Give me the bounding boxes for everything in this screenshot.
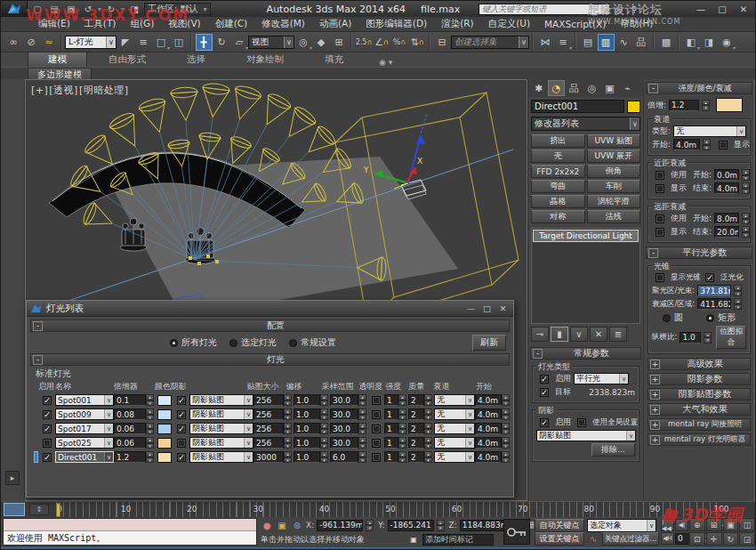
menu-item-5[interactable]: 修改器(M)	[254, 18, 312, 30]
scene-explorer-icon[interactable]: ▤	[580, 34, 597, 51]
quality-field[interactable]: 2	[408, 408, 424, 420]
quality-field[interactable]: 2	[408, 423, 424, 434]
far-start-spinner[interactable]: ▴▾	[742, 213, 750, 224]
light-name-combo[interactable]: Spot017∨	[55, 423, 114, 434]
rollout-collapsed-3[interactable]: +大气和效果	[647, 403, 751, 416]
select-and-rotate-icon[interactable]: ↻	[213, 34, 230, 51]
expand-icon[interactable]: +	[650, 405, 660, 415]
save-file-icon[interactable]: ▣	[64, 3, 78, 15]
expand-icon[interactable]: +	[650, 420, 660, 430]
object-color-swatch[interactable]	[627, 101, 640, 113]
undo-icon[interactable]: ↺	[81, 3, 95, 15]
maxscript-mini-listener[interactable]: 欢迎使用 MAXScript。	[3, 518, 257, 546]
selection-filter-combo[interactable]: L-灯光 ∨	[65, 36, 117, 49]
render-setup-icon[interactable]: ▩	[658, 34, 675, 51]
sample-range-field[interactable]: 30.0	[330, 408, 358, 420]
integrity-spinner[interactable]: ▴▾	[398, 408, 406, 420]
map-size-field[interactable]: 256	[253, 423, 284, 434]
infocenter-search-icon[interactable]: ◎	[613, 4, 625, 14]
quality-field[interactable]: 2	[408, 451, 424, 463]
collapse-icon[interactable]: -	[33, 355, 43, 365]
percent-snap-icon[interactable]: %∩	[391, 34, 408, 51]
add-time-tag-field[interactable]: 添加时间标记	[422, 534, 494, 546]
start-field[interactable]: 4.0m	[475, 408, 502, 420]
menu-item-10[interactable]: MAXScript(X)	[537, 19, 613, 29]
light-name-combo[interactable]: Spot001∨	[55, 394, 114, 406]
far-end-field[interactable]: 20.0m	[714, 226, 739, 238]
aspect-field[interactable]: 1.0	[680, 332, 701, 344]
new-file-icon[interactable]: ▢	[30, 3, 44, 15]
select-and-move-icon[interactable]: ╋	[196, 34, 213, 51]
multiplier-field[interactable]: 0.06	[114, 423, 146, 434]
macro-recorder-line[interactable]	[4, 519, 256, 531]
light-color-swatch[interactable]	[157, 452, 172, 463]
pin-stack-icon[interactable]: ⊸	[531, 327, 549, 342]
map-size-spinner[interactable]: ▴▾	[284, 437, 292, 449]
transparency-checkbox[interactable]	[372, 396, 381, 405]
integrity-field[interactable]: 1	[384, 408, 398, 420]
key-filters-curve-icon[interactable]: ∿	[587, 533, 599, 546]
modifier-button-3[interactable]: UVW 展开	[587, 150, 641, 163]
decay-show-checkbox[interactable]	[719, 141, 728, 150]
window-crossing-icon[interactable]: ◫	[171, 34, 188, 51]
menu-item-11[interactable]: 帮助(H)	[613, 18, 660, 30]
set-key-button[interactable]: 设置关键点	[535, 532, 584, 546]
directional-params-rollout-header[interactable]: - 平行光参数	[646, 247, 752, 259]
z-coordinate-field[interactable]: 1184.883m	[460, 520, 508, 531]
bias-spinner[interactable]: ▴▾	[320, 451, 328, 463]
quality-spinner[interactable]: ▴▾	[424, 423, 432, 434]
stack-item-light[interactable]: Target Directional Light	[533, 230, 639, 242]
integrity-spinner[interactable]: ▴▾	[398, 394, 406, 406]
modifier-button-2[interactable]: 壳	[531, 150, 585, 163]
menu-item-6[interactable]: 动画(A)	[312, 18, 358, 30]
integrity-field[interactable]: 1	[384, 423, 398, 434]
near-use-checkbox[interactable]	[655, 171, 664, 180]
light-enable-checkbox[interactable]	[540, 375, 549, 384]
light-enable-checkbox[interactable]	[43, 425, 52, 433]
remove-modifier-icon[interactable]: ✕	[590, 327, 607, 342]
schematic-view-icon[interactable]: 品	[633, 34, 650, 51]
falloff-field[interactable]: 411.682m	[697, 298, 731, 310]
radio-circle[interactable]: 圆	[663, 311, 683, 324]
ribbon-subtab-poly-modeling[interactable]: 多边形建模	[28, 68, 92, 79]
undo-dropdown-icon[interactable]: ▾	[98, 5, 101, 13]
select-and-manipulate-icon[interactable]: ◆	[313, 34, 330, 51]
select-and-scale-icon[interactable]: ▱▾	[231, 34, 248, 51]
quality-field[interactable]: 2	[408, 437, 424, 449]
bias-field[interactable]: 1.0	[294, 437, 320, 449]
menu-item-2[interactable]: 组(G)	[123, 18, 161, 30]
falloff-spinner[interactable]: ▴▾	[734, 298, 742, 310]
previous-frame-icon[interactable]: ◀|	[675, 519, 688, 531]
quality-spinner[interactable]: ▴▾	[424, 408, 432, 420]
use-pivot-center-icon[interactable]: ◎▾	[295, 34, 312, 51]
redo-dropdown-icon[interactable]: ▾	[121, 5, 125, 13]
sample-range-spinner[interactable]: ▴▾	[358, 423, 366, 434]
far-use-checkbox[interactable]	[655, 214, 664, 223]
select-by-name-icon[interactable]: ≡	[135, 34, 152, 51]
decay-combo[interactable]: 无∨	[434, 408, 475, 420]
modifier-button-1[interactable]: UVW 贴图	[587, 134, 641, 148]
multiplier-field[interactable]: 1.2	[669, 100, 699, 111]
lights-rollout-header[interactable]: - 灯光	[30, 353, 510, 366]
unlink-selection-icon[interactable]: ⊘	[23, 34, 40, 51]
map-size-spinner[interactable]: ▴▾	[284, 451, 292, 463]
multiplier-spinner[interactable]: ▴▾	[702, 100, 710, 111]
use-global-checkbox[interactable]	[577, 418, 586, 427]
shadow-enable-checkbox[interactable]	[177, 396, 186, 405]
angle-snap-icon[interactable]: ∠∩	[374, 34, 390, 51]
ribbon-tab-1[interactable]: 自由形式	[89, 53, 165, 67]
curve-editor-icon[interactable]: ∿	[615, 34, 632, 51]
light-lister-dialog[interactable]: 灯光列表 — □ ✕ - 配置 所有灯光 选定灯光 常规设置 刷新 - 灯光 标…	[26, 300, 514, 497]
utilities-tab-icon[interactable]: ⌁	[619, 80, 636, 96]
coordinate-mode-icon[interactable]: ⊛	[291, 519, 303, 531]
shadow-type-combo[interactable]: 阴影贴图∨	[189, 408, 253, 420]
light-enable-checkbox[interactable]	[43, 453, 52, 462]
collapse-icon[interactable]: -	[648, 84, 658, 93]
start-field[interactable]: 4.0m	[475, 437, 502, 449]
open-file-icon[interactable]: ▤	[47, 3, 61, 15]
collapse-icon[interactable]: -	[648, 248, 658, 258]
light-color-swatch[interactable]	[716, 98, 743, 112]
show-end-result-icon[interactable]: ▮	[551, 327, 568, 342]
light-name-combo[interactable]: Spot009∨	[55, 408, 114, 420]
bias-spinner[interactable]: ▴▾	[320, 394, 328, 406]
